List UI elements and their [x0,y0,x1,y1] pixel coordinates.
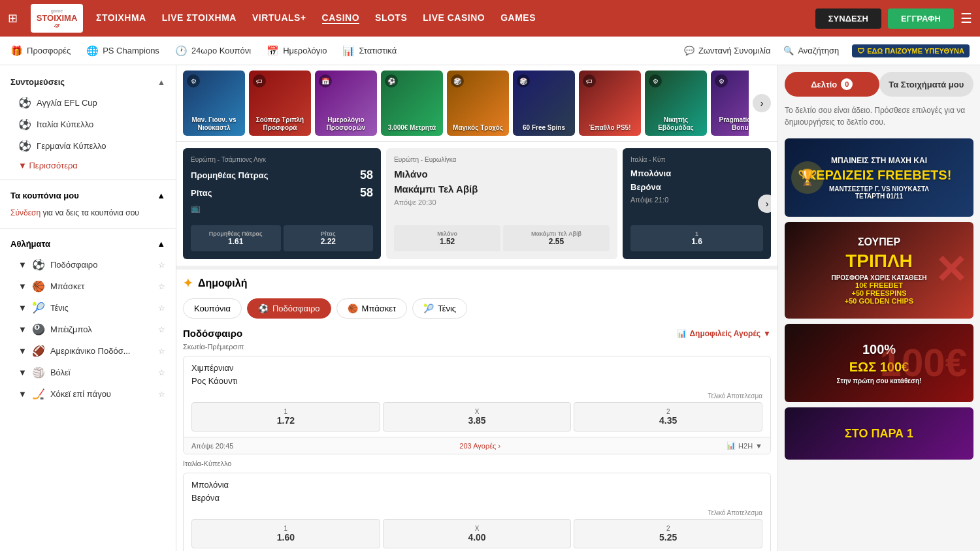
my-bets-tab[interactable]: Τα Στοιχήματά μου [879,72,974,97]
card-icon-2: 📅 [319,74,332,87]
star-icon[interactable]: ☆ [158,368,165,377]
promo-card-0[interactable]: ⚙ Μαν. Γιουν. vs Νιούκαστλ [183,71,245,136]
hundred-decoration: 100€ [880,343,967,383]
odd-2-match1[interactable]: 2 5.25 [574,519,762,548]
promo-card-label-4: Μαγικός Τροχός [453,124,503,132]
nav-games[interactable]: GAMES [500,12,536,24]
gift-icon: 🎁 [10,45,23,57]
center-content: ⚙ Μαν. Γιουν. vs Νιούκαστλ 🏷 Σούπερ Τριπ… [176,65,777,551]
sidebar-sport-tennis[interactable]: ▼ 🎾 Τένις ☆ [0,297,176,319]
betslip-tab[interactable]: Δελτίο 0 [785,72,879,97]
odd-2-match0[interactable]: 2 4.35 [574,402,762,432]
odd-x-match1[interactable]: Χ 4.00 [383,519,572,548]
chevron-up-icon: ▲ [157,78,165,87]
tv-icon: 📺 [191,204,373,213]
odd-x-match0[interactable]: Χ 3.85 [383,402,572,432]
ps-champions-banner[interactable]: ΜΠΑΙΝΕΙΣ ΣΤΗ ΜΑΧΗ ΚΑΙ ΚΕΡΔΙΖΕΙΣ FREEBETS… [785,138,973,217]
sidebar-sport-hockey[interactable]: ▼ 🏒 Χόκεϊ επί πάγου ☆ [0,383,176,405]
sidebar-item-germany-cup[interactable]: ⚽ Γερμανία Κύπελλο [0,135,176,157]
nav-statistics[interactable]: 📊 Στατιστικά [342,45,397,57]
sidebar-item-efl[interactable]: ⚽ Αγγλία EFL Cup [0,92,176,114]
promo-card-3[interactable]: ⚽ 3.000€ Μετρητά [381,71,443,136]
responsible-gambling-badge[interactable]: 🛡 ΕΔΩ ΠΑΙΖΟΥΜΕ ΥΠΕΥΘΥΝΑ [852,44,970,57]
star-icon[interactable]: ☆ [158,260,165,270]
odd-btn-1-home[interactable]: Μιλάνο 1.52 [394,225,500,251]
promo-card-6[interactable]: 🏷 Έπαθλο PS5! [579,71,641,136]
promo-card-8[interactable]: ⚙ Pragmatic Buy Bonus [711,71,749,136]
star-icon[interactable]: ☆ [158,325,165,334]
promo-cards: ⚙ Μαν. Γιουν. vs Νιούκαστλ 🏷 Σούπερ Τριπ… [183,71,749,136]
live-chat-button[interactable]: 💬 Ζωντανή Συνομιλία [684,46,771,55]
nav-calendar[interactable]: 📅 Ημερολόγιο [267,45,327,57]
grid-icon[interactable]: ⊞ [8,11,18,25]
sidebar-sport-volleyball[interactable]: ▼ 🏐 Βόλεϊ ☆ [0,362,176,383]
search-button[interactable]: 🔍 Αναζήτηση [783,46,839,55]
promo-card-5[interactable]: 🎲 60 Free Spins [513,71,575,136]
odd-btn-away[interactable]: Ρίτας 2.22 [284,225,374,251]
tab-basketball[interactable]: 🏀 Μπάσκετ [336,298,408,319]
sidebar-sport-basketball[interactable]: ▼ 🏀 Μπάσκετ ☆ [0,276,176,297]
nav-live-casino[interactable]: LIVE CASINO [423,12,485,24]
show-more-shortcuts[interactable]: ▼ Περισσότερα [0,157,176,174]
odd-btn-1-away[interactable]: Μακάμπι Τελ Αβίβ 2.55 [503,225,610,251]
promo-card-1[interactable]: 🏷 Σούπερ Τριπλή Προσφορά [249,71,311,136]
sort-button[interactable]: 📊 Δημοφιλείς Αγορές ▼ [677,329,771,338]
nav-ps-champions[interactable]: 🌐 PS Champions [86,45,159,57]
promo-card-label-5: 60 Free Spins [523,124,565,132]
coupons-header[interactable]: Τα κουπόνια μου ▲ [0,185,176,206]
tab-tennis[interactable]: 🎾 Τένις [412,298,467,319]
sports-header[interactable]: Αθλήματα ▲ [0,234,176,254]
second-navigation: 🎁 Προσφορές 🌐 PS Champions 🕐 24ωρο Κουπό… [0,37,980,65]
nav-slots[interactable]: SLOTS [375,12,407,24]
promo-card-7[interactable]: ⚙ Νικητής Εβδομάδας [645,71,707,136]
star-icon[interactable]: ☆ [158,347,165,356]
para1-banner[interactable]: ΣΤΟ ΠΑΡΑ 1 [785,407,973,460]
coupon-signin-link[interactable]: Σύνδεση [10,208,41,217]
nav-casino[interactable]: CASINO [322,12,359,24]
secondary-nav-right: 💬 Ζωντανή Συνομιλία 🔍 Αναζήτηση 🛡 ΕΔΩ ΠΑ… [684,44,970,57]
login-button[interactable]: ΣΥΝΔΕΣΗ [815,8,881,29]
super-triple-banner[interactable]: ✕ ΣΟΥΠΕΡ ΤΡΙΠΛΗ ΠΡΟΣΦΟΡΑ ΧΩΡΙΣ ΚΑΤΑΘΕΣΗ … [785,222,973,319]
sidebar-sport-baseball[interactable]: ▼ 🎱 Μπέιζμπολ ☆ [0,319,176,340]
nav-virtuals[interactable]: VIRTUALS+ [252,12,306,24]
responsible-icon: 🛡 [857,47,864,55]
promo-card-2[interactable]: 📅 Ημερολόγιο Προσφορών [315,71,377,136]
nav-stoixima[interactable]: ΣΤΟΙΧΗΜΑ [96,12,146,24]
promo-card-4[interactable]: 🎲 Μαγικός Τροχός [447,71,509,136]
events-next-button[interactable]: › [758,195,771,213]
event-card-2[interactable]: Ιταλία - Κύπ Μπολόνια Βερόνα Απόψε 21:0 … [623,148,771,259]
hamburger-icon[interactable]: ☰ [960,10,972,26]
promo-card-label-3: 3.000€ Μετρητά [388,124,436,132]
sidebar-sport-american-football[interactable]: ▼ 🏈 Αμερικάνικο Ποδόσ... ☆ [0,340,176,362]
hundred-banner-bg: 100€ 100% ΕΩΣ 100€ Στην πρώτη σου κατάθε… [785,324,973,402]
odd-1-match1[interactable]: 1 1.60 [191,519,380,548]
sidebar-sport-football[interactable]: ▼ ⚽ Ποδόσφαιρο ☆ [0,254,176,276]
tab-football[interactable]: ⚽ Ποδόσφαιρο [247,298,331,319]
star-icon[interactable]: ☆ [158,304,165,313]
match-odds-0: 1 1.72 Χ 3.85 2 4.35 [191,402,762,432]
event-card-1[interactable]: Ευρώπη - Ευρωλίγκα Μιλάνο Μακάμπι Τελ Αβ… [386,148,617,259]
h2h-button-0[interactable]: 📊 H2H ▼ [727,441,762,450]
site-logo[interactable]: game STOIXIMA .gr [31,4,83,33]
match-odds-container-1: Τελικό Αποτελεσμα 1 1.60 Χ 4.00 2 5.25 [184,509,770,551]
tab-coupons[interactable]: Κουπόνια [183,298,242,319]
hundred-banner[interactable]: 100€ 100% ΕΩΣ 100€ Στην πρώτη σου κατάθε… [785,324,973,402]
odd-1-match0[interactable]: 1 1.72 [191,402,380,432]
star-icon[interactable]: ☆ [158,282,165,291]
nav-offers[interactable]: 🎁 Προσφορές [10,45,71,57]
nav-24h-coupon[interactable]: 🕐 24ωρο Κουπόνι [175,45,251,57]
promo-next-button[interactable]: › [753,94,771,112]
sidebar-item-italy-cup[interactable]: ⚽ Ιταλία Κύπελλο [0,114,176,135]
triple-banner-text: ΣΟΥΠΕΡ ΤΡΙΠΛΗ ΠΡΟΣΦΟΡΑ ΧΩΡΙΣ ΚΑΤΑΘΕΣΗ 10… [831,236,926,305]
card-icon-7: ⚙ [649,74,662,87]
register-button[interactable]: ΕΓΓΡΑΦΗ [888,8,954,29]
star-icon[interactable]: ☆ [158,390,165,399]
nav-live-stoixima[interactable]: LIVE ΣΤΟΙΧΗΜΑ [162,12,237,24]
para1-banner-text: ΣΤΟ ΠΑΡΑ 1 [845,424,913,443]
x-decoration: ✕ [934,251,967,290]
shortcuts-header[interactable]: Συντομεύσεις ▲ [0,72,176,92]
odd-btn-2[interactable]: 1 1.6 [630,225,763,251]
odd-btn-home[interactable]: Προμηθέας Πάτρας 1.61 [191,225,281,251]
more-markets-0[interactable]: 203 Αγορές › [459,442,500,450]
event-card-0[interactable]: Ευρώπη - Τσάμπιονς Λιγκ Προμηθέας Πάτρας… [183,148,381,259]
